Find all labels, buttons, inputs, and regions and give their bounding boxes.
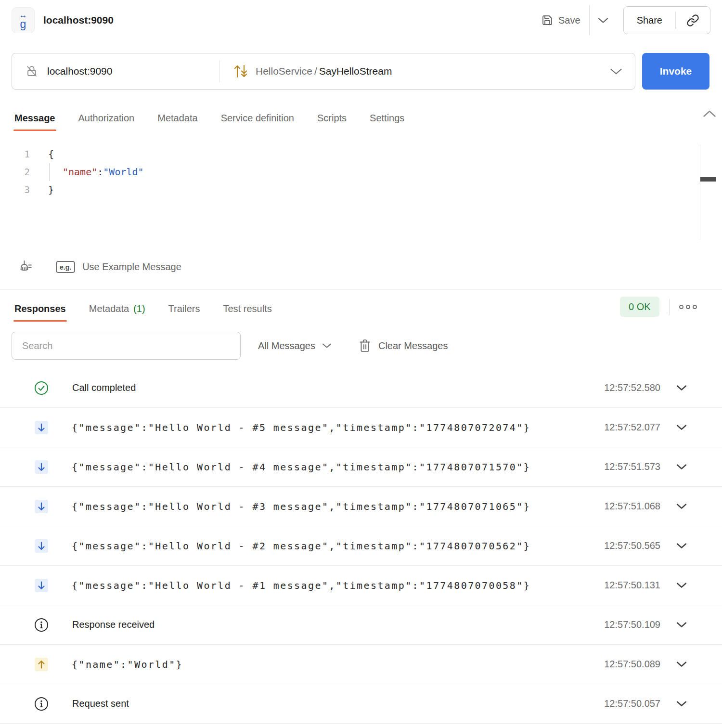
chevron-down-icon — [676, 622, 687, 628]
message-timestamp: 12:57:50.109 — [604, 619, 660, 630]
request-bar: localhost:9090 HelloService/SayHelloStre… — [12, 53, 710, 90]
message-text: {"message":"Hello World - #3 message","t… — [72, 501, 530, 512]
save-options-button[interactable] — [598, 17, 608, 24]
grpc-letter-icon: g — [20, 19, 26, 30]
tab-count-badge: (1) — [133, 303, 145, 314]
line-number: 2 — [0, 163, 30, 181]
code-line[interactable]: 3} — [0, 181, 722, 199]
chevron-down-icon — [610, 68, 622, 75]
share-button[interactable]: Share — [624, 15, 675, 26]
header: ↔ g localhost:9090 Save Share — [0, 0, 722, 40]
message-row[interactable]: Call completed12:57:52.580 — [0, 368, 722, 408]
message-text: {"message":"Hello World - #4 message","t… — [72, 461, 530, 473]
tab-trailers[interactable]: Trailers — [168, 296, 200, 322]
message-timestamp: 12:57:50.565 — [604, 540, 660, 551]
status-badge: 0 OK — [620, 297, 659, 317]
message-list: Call completed12:57:52.580{"message":"He… — [0, 368, 722, 724]
server-url-field[interactable]: localhost:9090 — [12, 64, 219, 78]
expand-message-button[interactable] — [676, 661, 687, 667]
tab-settings[interactable]: Settings — [370, 105, 404, 131]
example-icon: e.g. — [56, 261, 75, 273]
chevron-down-icon — [676, 385, 687, 391]
message-row[interactable]: {"message":"Hello World - #2 message","t… — [0, 526, 722, 566]
message-row[interactable]: {"message":"Hello World - #3 message","t… — [0, 487, 722, 526]
copy-link-button[interactable] — [676, 14, 710, 27]
path-separator: / — [314, 65, 317, 77]
tab-responses[interactable]: Responses — [14, 296, 66, 322]
editor-scrollbar-track — [700, 144, 700, 239]
tab-service-definition[interactable]: Service definition — [221, 105, 294, 131]
tab-label: Authorization — [78, 113, 135, 124]
code-token: : — [97, 163, 103, 181]
use-example-label: Use Example Message — [82, 261, 181, 273]
code-token: "World" — [103, 163, 143, 181]
check-circle-icon — [34, 381, 49, 395]
tab-label: Message — [14, 113, 55, 124]
info-icon — [34, 618, 49, 632]
editor-scrollbar-thumb[interactable] — [700, 177, 716, 182]
link-icon — [686, 14, 699, 27]
clear-messages-label: Clear Messages — [378, 340, 448, 351]
arrow-down-icon — [35, 460, 48, 474]
expand-message-button[interactable] — [676, 464, 687, 470]
tab-authorization[interactable]: Authorization — [78, 105, 135, 131]
message-filter-dropdown[interactable]: All Messages — [258, 340, 332, 351]
tab-metadata[interactable]: Metadata — [157, 105, 197, 131]
arrow-up-icon — [35, 658, 48, 671]
expand-message-button[interactable] — [676, 701, 687, 707]
code-content: { — [30, 145, 54, 163]
message-text: {"message":"Hello World - #1 message","t… — [72, 580, 530, 591]
message-row[interactable]: Request sent12:57:50.057 — [0, 684, 722, 724]
chevron-down-icon — [676, 424, 687, 430]
expand-message-button[interactable] — [676, 424, 687, 430]
more-options-button[interactable] — [679, 305, 697, 309]
clear-messages-button[interactable]: Clear Messages — [359, 339, 448, 352]
invoke-button[interactable]: Invoke — [642, 53, 709, 90]
editor-lines: 1{2"name": "World"3} — [0, 145, 722, 199]
save-button[interactable]: Save — [542, 14, 580, 26]
chevron-down-icon — [676, 582, 687, 588]
section-divider — [0, 289, 722, 290]
message-row[interactable]: {"name":"World"}12:57:50.089 — [0, 645, 722, 684]
tab-label: Settings — [370, 113, 404, 124]
method-selector[interactable]: HelloService/SayHelloStream — [220, 63, 635, 80]
expand-message-button[interactable] — [676, 503, 687, 509]
method-name: SayHelloStream — [319, 65, 392, 77]
message-row[interactable]: Response received12:57:50.109 — [0, 605, 722, 645]
divider — [669, 299, 670, 315]
code-token: { — [48, 145, 54, 163]
tab-message[interactable]: Message — [14, 105, 55, 131]
streaming-arrows-icon — [233, 63, 248, 80]
message-timestamp: 12:57:50.089 — [604, 659, 660, 670]
message-row[interactable]: {"message":"Hello World - #5 message","t… — [0, 408, 722, 447]
message-row[interactable]: {"message":"Hello World - #1 message","t… — [0, 566, 722, 605]
grpc-icon: ↔ g — [12, 7, 35, 33]
arrow-down-icon — [35, 539, 48, 553]
expand-message-button[interactable] — [676, 385, 687, 391]
message-text: Request sent — [72, 698, 129, 709]
code-line[interactable]: 2"name": "World" — [0, 163, 722, 181]
responses-toolbar: All Messages Clear Messages — [12, 332, 710, 360]
expand-message-button[interactable] — [676, 582, 687, 588]
message-row[interactable]: {"message":"Hello World - #4 message","t… — [0, 447, 722, 487]
expand-message-button[interactable] — [676, 622, 687, 628]
code-content: "name": "World" — [30, 163, 144, 181]
tab-metadata[interactable]: Metadata(1) — [89, 296, 145, 322]
use-example-message-button[interactable]: e.g. Use Example Message — [56, 261, 181, 273]
arrow-down-icon — [35, 579, 48, 592]
save-icon — [542, 14, 553, 26]
beautify-button[interactable] — [18, 259, 34, 274]
search-input[interactable] — [12, 332, 241, 360]
message-editor[interactable]: 1{2"name": "World"3} — [0, 145, 722, 240]
collapse-panel-button[interactable] — [703, 110, 716, 117]
tab-test-results[interactable]: Test results — [223, 296, 272, 322]
chevron-down-icon — [598, 17, 608, 24]
page-title: localhost:9090 — [43, 14, 114, 26]
code-line[interactable]: 1{ — [0, 145, 722, 163]
line-number: 1 — [0, 145, 30, 163]
tab-scripts[interactable]: Scripts — [317, 105, 347, 131]
method-dropdown-button[interactable] — [610, 68, 622, 75]
tab-label: Responses — [14, 303, 66, 314]
expand-message-button[interactable] — [676, 543, 687, 549]
filter-label: All Messages — [258, 340, 315, 351]
